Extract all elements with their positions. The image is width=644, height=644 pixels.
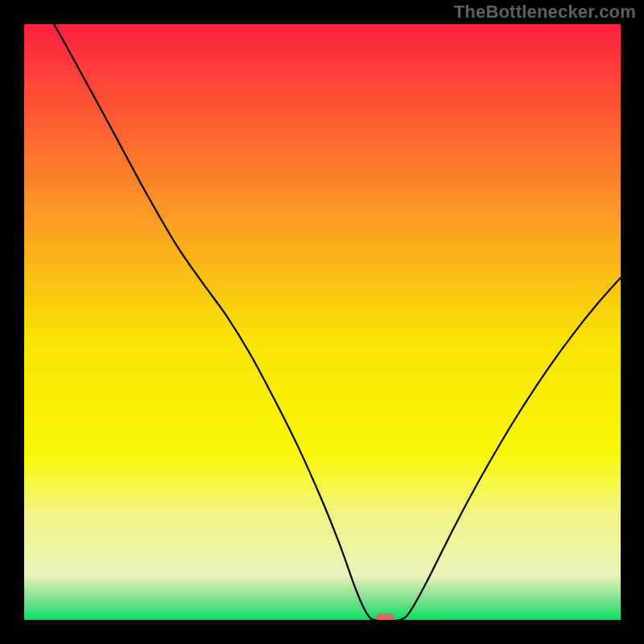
minimum-marker xyxy=(376,614,394,621)
bottleneck-chart xyxy=(24,24,621,621)
plot-background xyxy=(24,24,621,621)
chart-container: TheBottlenecker.com xyxy=(0,0,644,644)
attribution-label: TheBottlenecker.com xyxy=(454,2,636,23)
